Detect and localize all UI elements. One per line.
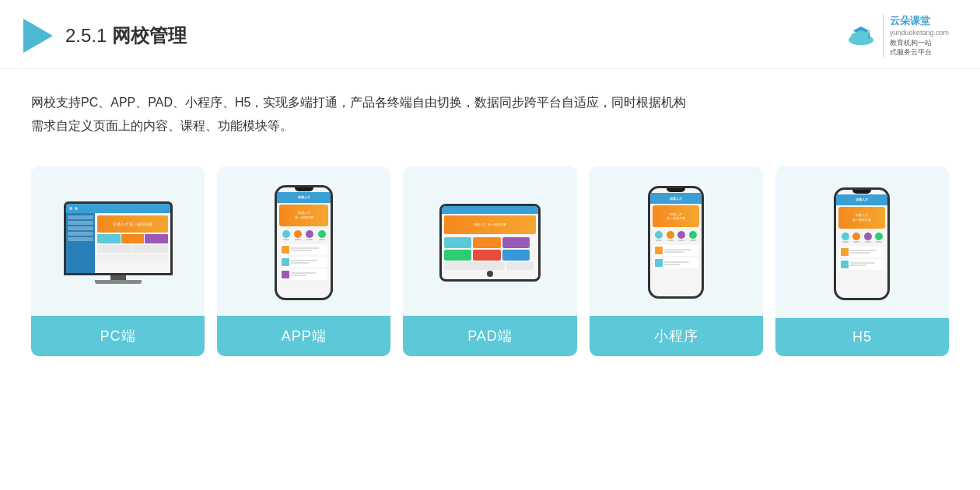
mini-icon2 <box>667 231 674 239</box>
h5-icon-item4 <box>875 233 883 243</box>
h5-row-lines2 <box>850 262 883 266</box>
pc-sidebar-item4 <box>68 232 94 236</box>
header: 2.5.1 网校管理 <box>0 0 980 69</box>
pad-topbar <box>442 206 538 214</box>
pad-mini-card2 <box>473 237 500 248</box>
logo-triangle-icon <box>23 19 53 53</box>
pc-mini-card2 <box>121 234 145 243</box>
app-icon1 <box>282 230 290 238</box>
miniprogram-banner-text: 职通人才第一届闯关赛 <box>667 212 685 221</box>
app-phone-screen: 职通人才 职通人才第一届闯关赛 <box>277 187 331 298</box>
app-content-rows <box>277 243 331 282</box>
card-label-miniprogram: 小程序 <box>590 316 763 356</box>
mini-icon3 <box>677 231 685 239</box>
header-right: 云朵课堂 yunduoketang.com 教育机构一站 式服务云平台 <box>845 14 949 58</box>
pc-base <box>95 280 142 284</box>
pad-banner-text: 职通人才 第一届闯关赛 <box>474 222 506 226</box>
app-row-line5 <box>291 272 316 274</box>
pc-monitor: 职通人才 第一届闯关赛 <box>64 201 173 275</box>
pc-sidebar-item1 <box>68 215 94 219</box>
h5-row-line1 <box>850 250 877 251</box>
card-label-pc: PC端 <box>31 316 205 356</box>
pad-mini-card1 <box>444 237 471 248</box>
card-h5: 职通人才 职通人才第一届闯关赛 <box>775 166 949 356</box>
h5-icon4 <box>875 233 883 240</box>
miniprogram-phone-topbar: 职通人才 <box>650 193 702 204</box>
pc-mini-card6 <box>97 254 167 261</box>
mini-icon-label2 <box>667 240 674 241</box>
pc-mockup: 职通人才 第一届闯关赛 <box>64 201 173 284</box>
pc-mini-cards <box>97 234 167 243</box>
app-icon-label3 <box>306 239 313 240</box>
pc-mini-card3 <box>145 234 168 243</box>
miniprogram-phone-banner: 职通人才第一届闯关赛 <box>653 205 699 227</box>
mini-icon-item3 <box>677 231 685 241</box>
cards-row: 职通人才 第一届闯关赛 <box>31 166 949 356</box>
app-row-lines3 <box>291 272 326 276</box>
pc-mini-card5 <box>133 245 168 253</box>
h5-row-img2 <box>841 261 849 268</box>
brand-text: 云朵课堂 yunduoketang.com 教育机构一站 式服务云平台 <box>883 14 949 58</box>
pad-mini-card5 <box>473 250 500 261</box>
h5-banner-text: 职通人才第一届闯关赛 <box>852 213 871 222</box>
app-icon-label2 <box>295 239 301 240</box>
mini-icon-label3 <box>678 240 684 241</box>
mini-row-lines1 <box>664 249 697 253</box>
mini-icon-item1 <box>655 231 663 241</box>
pc-main: 职通人才 第一届闯关赛 <box>95 213 170 273</box>
h5-phone-topbar: 职通人才 <box>836 194 887 205</box>
mini-row-line3 <box>664 261 689 263</box>
pad-home-button <box>487 271 493 277</box>
app-phone-banner: 职通人才第一届闯关赛 <box>279 205 328 226</box>
app-banner-text: 职通人才第一届闯关赛 <box>295 211 313 219</box>
h5-phone-notch <box>852 190 871 194</box>
pc-mini-card1 <box>97 234 121 243</box>
h5-icon-item3 <box>864 233 872 243</box>
pc-sidebar-item5 <box>68 237 94 241</box>
card-label-h5: H5 <box>775 318 949 356</box>
mini-row-line1 <box>664 249 691 250</box>
pc-screen: 职通人才 第一届闯关赛 <box>66 204 170 273</box>
app-icon-item3 <box>306 230 313 240</box>
miniprogram-phone-screen: 职通人才 职通人才第一届闯关赛 <box>650 188 702 296</box>
app-row-lines1 <box>291 247 326 251</box>
h5-icon-label1 <box>842 241 849 243</box>
pad-screen: 职通人才 第一届闯关赛 <box>442 206 538 279</box>
h5-content-row2 <box>839 259 884 270</box>
brand-url: yunduoketang.com <box>890 28 949 38</box>
description-line1: 网校支持PC、APP、PAD、小程序、H5，实现多端打通，产品各终端自由切换，数… <box>31 96 686 109</box>
brand-logo: 云朵课堂 yunduoketang.com 教育机构一站 式服务云平台 <box>845 14 949 58</box>
h5-icon-item2 <box>852 233 860 243</box>
h5-icon-label2 <box>853 241 859 243</box>
brand-icon <box>845 23 877 48</box>
miniprogram-phone-notch <box>667 188 685 192</box>
app-icon-item4 <box>318 230 326 240</box>
card-pc: 职通人才 第一届闯关赛 <box>31 166 205 356</box>
app-icons-row <box>277 228 331 243</box>
pc-topbar-dot2 <box>75 207 78 210</box>
pc-sidebar-item3 <box>68 226 94 230</box>
miniprogram-phone-mockup: 职通人才 职通人才第一届闯关赛 <box>648 186 704 299</box>
h5-row-img1 <box>841 248 849 256</box>
app-content-row1 <box>280 244 327 255</box>
h5-content-rows <box>836 245 887 271</box>
app-row-img2 <box>282 258 289 266</box>
app-row-line6 <box>291 275 306 276</box>
brand-slogan1: 教育机构一站 <box>890 38 949 48</box>
mini-content-rows <box>650 243 702 270</box>
h5-row-line4 <box>850 264 866 266</box>
page-title: 2.5.1 网校管理 <box>65 23 187 48</box>
h5-row-line2 <box>850 252 870 254</box>
app-icon2 <box>294 230 302 238</box>
mini-icon1 <box>655 231 663 239</box>
phone-notch <box>295 187 313 191</box>
pad-mini-card8 <box>506 262 534 270</box>
card-miniprogram: 职通人才 职通人才第一届闯关赛 <box>590 166 763 356</box>
h5-icon2 <box>852 233 860 240</box>
mini-icon-label4 <box>690 240 696 241</box>
app-icon-label1 <box>283 239 289 240</box>
h5-device-area: 职通人才 职通人才第一届闯关赛 <box>775 166 949 318</box>
mini-icon-item4 <box>689 231 697 241</box>
h5-icon-label3 <box>865 241 871 243</box>
miniprogram-icons-row <box>650 229 702 243</box>
